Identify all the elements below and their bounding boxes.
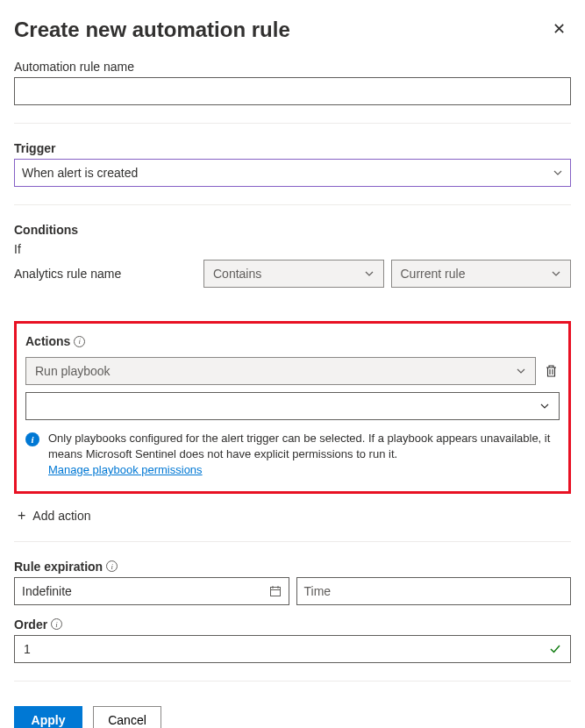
condition-operator-value: Contains bbox=[213, 267, 261, 281]
condition-value: Current rule bbox=[401, 267, 466, 281]
trigger-value: When alert is created bbox=[22, 166, 138, 180]
chevron-down-icon bbox=[516, 366, 526, 376]
divider bbox=[14, 204, 571, 205]
rule-name-input[interactable] bbox=[14, 77, 571, 105]
divider bbox=[14, 123, 571, 124]
page-title: Create new automation rule bbox=[14, 18, 290, 42]
expiration-time-placeholder: Time bbox=[304, 584, 332, 598]
conditions-label: Conditions bbox=[14, 223, 571, 237]
rule-name-label: Automation rule name bbox=[14, 60, 571, 74]
delete-icon[interactable] bbox=[543, 362, 560, 380]
divider bbox=[14, 681, 571, 682]
cancel-button[interactable]: Cancel bbox=[93, 706, 161, 728]
action-type-select[interactable]: Run playbook bbox=[25, 357, 536, 385]
chevron-down-icon bbox=[539, 401, 550, 411]
expiration-label: Rule expiration bbox=[14, 560, 103, 574]
actions-info-text: Only playbooks configured for the alert … bbox=[48, 432, 550, 460]
playbook-select[interactable] bbox=[25, 392, 560, 420]
apply-button[interactable]: Apply bbox=[14, 706, 82, 728]
expiration-time-input[interactable]: Time bbox=[296, 577, 572, 605]
condition-operator-select[interactable]: Contains bbox=[203, 260, 384, 288]
info-icon[interactable]: i bbox=[51, 618, 62, 630]
expiration-date-value: Indefinite bbox=[22, 584, 72, 598]
add-action-label: Add action bbox=[32, 509, 90, 523]
order-input[interactable]: 1 bbox=[14, 635, 571, 663]
condition-value-select[interactable]: Current rule bbox=[391, 260, 572, 288]
condition-field-label: Analytics rule name bbox=[14, 267, 196, 281]
svg-rect-0 bbox=[270, 587, 280, 596]
trigger-select[interactable]: When alert is created bbox=[14, 159, 571, 187]
info-icon[interactable]: i bbox=[106, 560, 118, 572]
manage-permissions-link[interactable]: Manage playbook permissions bbox=[48, 463, 203, 476]
chevron-down-icon bbox=[551, 268, 561, 279]
close-icon[interactable]: ✕ bbox=[547, 18, 571, 40]
order-value: 1 bbox=[24, 642, 31, 656]
info-icon[interactable]: i bbox=[74, 336, 85, 347]
expiration-date-input[interactable]: Indefinite bbox=[14, 577, 289, 605]
divider bbox=[14, 541, 571, 542]
action-type-value: Run playbook bbox=[35, 364, 111, 378]
chevron-down-icon bbox=[553, 168, 563, 178]
trigger-label: Trigger bbox=[14, 141, 571, 155]
info-icon: i bbox=[25, 432, 39, 446]
if-label: If bbox=[14, 242, 571, 256]
actions-label: Actions bbox=[25, 334, 70, 348]
calendar-icon bbox=[269, 585, 282, 597]
actions-section: Actions i Run playbook i Only playbooks … bbox=[14, 321, 571, 494]
check-icon bbox=[549, 643, 561, 655]
plus-icon: + bbox=[18, 508, 25, 524]
chevron-down-icon bbox=[364, 268, 375, 279]
order-label: Order bbox=[14, 617, 47, 632]
add-action-button[interactable]: + Add action bbox=[14, 508, 571, 524]
